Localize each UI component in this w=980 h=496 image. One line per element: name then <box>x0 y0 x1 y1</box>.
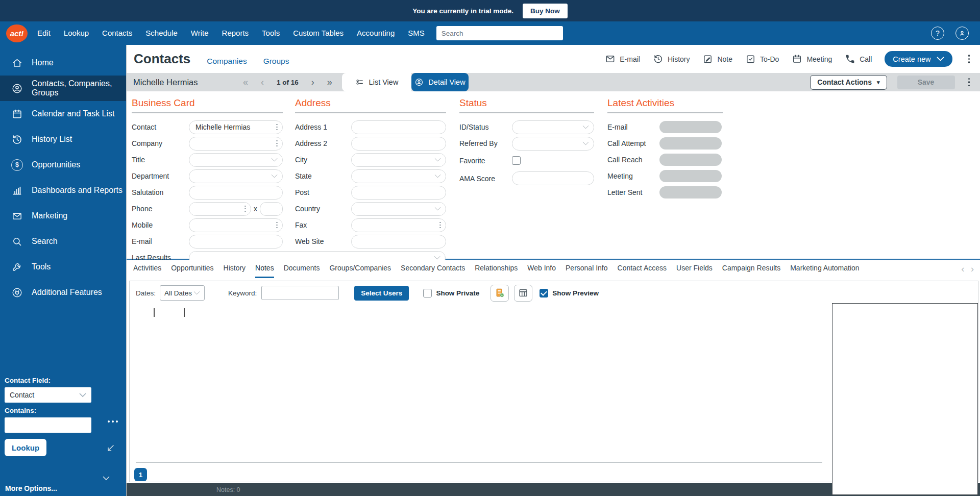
header-overflow-menu[interactable] <box>965 53 973 65</box>
state-field[interactable] <box>351 169 446 183</box>
referred-by-field[interactable] <box>512 137 594 151</box>
account-icon[interactable] <box>955 27 969 40</box>
add-note-button[interactable] <box>491 285 509 302</box>
tab-groups-companies[interactable]: Groups/Companies <box>329 264 391 278</box>
first-record-button[interactable]: « <box>243 78 248 87</box>
sidebar-item-home[interactable]: Home <box>0 50 126 76</box>
fax-field[interactable] <box>351 218 446 232</box>
menu-edit[interactable]: Edit <box>31 21 57 45</box>
show-private-checkbox[interactable] <box>423 289 432 297</box>
field-options-icon[interactable] <box>244 206 246 212</box>
menu-accounting[interactable]: Accounting <box>350 21 401 45</box>
note-preview-pane[interactable] <box>832 303 978 495</box>
menu-sms[interactable]: SMS <box>401 21 431 45</box>
favorite-checkbox[interactable] <box>512 156 521 165</box>
salutation-field[interactable] <box>189 186 283 200</box>
chevron-down-icon[interactable] <box>582 141 589 146</box>
contains-input[interactable] <box>5 417 91 433</box>
sidebar-item-marketing[interactable]: Marketing <box>0 203 126 229</box>
menu-schedule[interactable]: Schedule <box>139 21 184 45</box>
chevron-down-icon[interactable] <box>582 125 589 130</box>
menu-lookup[interactable]: Lookup <box>57 21 95 45</box>
sidebar-item-search[interactable]: Search <box>0 229 126 254</box>
tab-personal-info[interactable]: Personal Info <box>566 264 608 278</box>
tabs-scroll-right-button[interactable]: › <box>971 263 974 275</box>
tab-contact-access[interactable]: Contact Access <box>618 264 667 278</box>
buy-now-button[interactable]: Buy Now <box>523 4 568 18</box>
country-field[interactable] <box>351 202 446 216</box>
contact-actions-button[interactable]: Contact Actions ▾ <box>810 75 887 90</box>
website-field[interactable] <box>351 235 446 249</box>
global-search[interactable] <box>436 26 563 40</box>
tab-relationships[interactable]: Relationships <box>475 264 518 278</box>
tab-history[interactable]: History <box>224 264 246 278</box>
dates-select[interactable]: All Dates <box>160 285 205 301</box>
sidebar-item-contacts-companies-groups[interactable]: Contacts, Companies, Groups <box>0 76 126 101</box>
tabs-scroll-left-button[interactable]: ‹ <box>961 263 964 275</box>
field-options-icon[interactable] <box>276 140 278 147</box>
detail-view-button[interactable]: Detail View <box>411 73 469 91</box>
tab-secondary-contacts[interactable]: Secondary Contacts <box>401 264 465 278</box>
ama-score-field[interactable] <box>512 171 594 185</box>
lookup-button[interactable]: Lookup <box>5 439 46 456</box>
mobile-field[interactable] <box>189 218 283 232</box>
tab-activities[interactable]: Activities <box>133 264 161 278</box>
field-options-icon[interactable] <box>276 124 278 131</box>
previous-record-button[interactable]: ‹ <box>261 78 264 87</box>
chevron-down-icon[interactable] <box>434 256 440 260</box>
tab-notes[interactable]: Notes <box>255 264 274 278</box>
history-button[interactable]: History <box>653 54 690 64</box>
menu-custom-tables[interactable]: Custom Tables <box>286 21 350 45</box>
act-logo[interactable]: act! <box>6 24 28 42</box>
save-button[interactable]: Save <box>897 76 955 89</box>
collapse-arrow-icon[interactable] <box>106 444 115 453</box>
search-input[interactable] <box>442 30 558 37</box>
meeting-button[interactable]: Meeting <box>792 54 832 64</box>
tab-web-info[interactable]: Web Info <box>527 264 556 278</box>
more-options-chevron-icon[interactable] <box>103 476 110 481</box>
contact-field[interactable]: Michelle Hermias <box>189 120 283 134</box>
help-icon[interactable]: ? <box>931 27 944 40</box>
chevron-down-icon[interactable] <box>271 158 278 162</box>
call-button[interactable]: Call <box>845 54 872 64</box>
sidebar-item-tools[interactable]: Tools <box>0 254 126 280</box>
sidebar-item-calendar-task-list[interactable]: Calendar and Task List <box>0 101 126 127</box>
column-layout-button[interactable] <box>514 285 532 302</box>
todo-button[interactable]: To-Do <box>745 54 779 64</box>
phone-extension-field[interactable] <box>260 202 283 216</box>
next-record-button[interactable]: › <box>311 78 314 87</box>
groups-link[interactable]: Groups <box>263 57 289 66</box>
title-field[interactable] <box>189 153 283 167</box>
select-users-button[interactable]: Select Users <box>354 286 409 301</box>
tab-opportunities[interactable]: Opportunities <box>171 264 213 278</box>
phone-field[interactable] <box>189 202 251 216</box>
email-button[interactable]: E-mail <box>605 54 640 64</box>
more-options-link[interactable]: More Options... <box>5 484 57 492</box>
tab-campaign-results[interactable]: Campaign Results <box>722 264 780 278</box>
page-1-button[interactable]: 1 <box>134 468 147 481</box>
menu-reports[interactable]: Reports <box>215 21 256 45</box>
chevron-down-icon[interactable] <box>271 174 278 179</box>
companies-link[interactable]: Companies <box>207 57 247 66</box>
contact-field-select[interactable]: Contact <box>5 387 91 403</box>
city-field[interactable] <box>351 153 446 167</box>
address2-field[interactable] <box>351 137 446 151</box>
sidebar-item-additional-features[interactable]: Additional Features <box>0 280 126 305</box>
menu-contacts[interactable]: Contacts <box>95 21 139 45</box>
department-field[interactable] <box>189 169 283 183</box>
field-options-icon[interactable] <box>276 222 278 229</box>
id-status-field[interactable] <box>512 120 594 134</box>
record-overflow-menu[interactable] <box>965 76 973 89</box>
last-record-button[interactable]: » <box>327 78 332 87</box>
field-options-icon[interactable] <box>439 222 441 229</box>
list-view-button[interactable]: List View <box>342 73 411 91</box>
company-field[interactable] <box>189 137 283 151</box>
chevron-down-icon[interactable] <box>434 207 441 211</box>
menu-tools[interactable]: Tools <box>255 21 286 45</box>
address1-field[interactable] <box>351 120 446 134</box>
email-field[interactable] <box>189 235 283 249</box>
chevron-down-icon[interactable] <box>434 158 441 162</box>
sidebar-item-opportunities[interactable]: $ Opportunities <box>0 152 126 178</box>
show-preview-checkbox[interactable] <box>540 289 548 297</box>
tab-documents[interactable]: Documents <box>284 264 320 278</box>
